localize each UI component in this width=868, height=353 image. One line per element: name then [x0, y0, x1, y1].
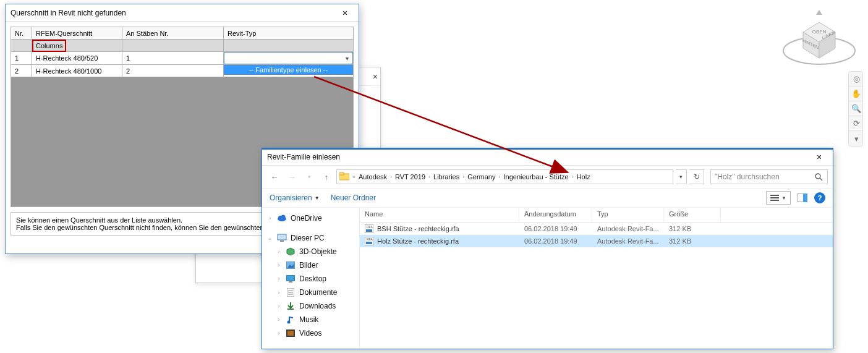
close-button[interactable]: × — [807, 148, 832, 166]
pictures-icon — [286, 260, 296, 270]
folder-icon — [339, 172, 349, 182]
folder-tree[interactable]: › OneDrive ⌄ Dieser PC ›3D-Objekte ›Bild… — [262, 208, 360, 349]
breadcrumb[interactable]: Libraries› — [433, 173, 466, 181]
search-icon — [814, 172, 823, 182]
breadcrumb-path[interactable]: « Autodesk› RVT 2019› Libraries› Germany… — [336, 169, 673, 184]
tree-node-downloads[interactable]: ›Downloads — [265, 299, 357, 313]
svg-rect-22 — [286, 275, 295, 281]
tree-node-onedrive[interactable]: › OneDrive — [265, 211, 357, 225]
svg-rect-33 — [366, 229, 372, 232]
col-header-size[interactable]: Größe — [664, 208, 721, 222]
col-header-staeben[interactable]: An Stäben Nr. — [122, 27, 224, 40]
breadcrumb[interactable]: Holz — [577, 173, 590, 181]
cloud-icon — [277, 213, 287, 223]
chevron-right-icon: « — [351, 174, 357, 180]
rfa-file-icon: RFA — [365, 237, 373, 245]
videos-icon — [286, 328, 296, 338]
orbit-icon[interactable]: ⟳ — [849, 116, 864, 131]
tree-node-this-pc[interactable]: ⌄ Dieser PC — [265, 231, 357, 245]
col-header-querschnitt[interactable]: RFEM-Querschnitt — [32, 27, 122, 40]
file-type: Autodesk Revit-Fa... — [592, 237, 664, 245]
help-button[interactable]: ? — [814, 192, 825, 203]
chevron-down-icon: ▾ — [341, 53, 352, 64]
zoom-icon[interactable]: 🔍 — [849, 101, 864, 116]
svg-text:RFA: RFA — [367, 225, 373, 229]
col-header-date[interactable]: Änderungsdatum — [519, 208, 592, 222]
dialog-title: Revit-Familie einlesen — [267, 153, 807, 161]
svg-marker-19 — [287, 248, 294, 255]
table-row[interactable]: 1 H-Rechteck 480/520 1 ▾ -- Familientype… — [11, 52, 354, 65]
file-date: 06.02.2018 19:49 — [519, 237, 592, 245]
breadcrumb[interactable]: Autodesk› — [359, 173, 394, 181]
new-folder-button[interactable]: Neuer Ordner — [331, 194, 376, 202]
tree-node-pictures[interactable]: ›Bilder — [265, 258, 357, 272]
svg-rect-18 — [280, 240, 284, 242]
close-icon[interactable]: × — [373, 72, 378, 82]
svg-rect-36 — [366, 242, 372, 244]
col-header-nr[interactable]: Nr. — [11, 27, 32, 40]
revit-type-dropdown[interactable]: ▾ -- Familientype einlesen -- — [224, 52, 353, 64]
cell-nr: 1 — [11, 52, 32, 65]
svg-point-16 — [281, 215, 286, 219]
address-bar: ← → ▾ ↑ « Autodesk› RVT 2019› Libraries›… — [262, 166, 833, 188]
nav-up-button[interactable]: ↑ — [319, 169, 334, 184]
svg-rect-13 — [803, 194, 807, 202]
tree-node-desktop[interactable]: ›Desktop — [265, 272, 357, 286]
dropdown-option[interactable]: -- Familientype einlesen -- — [224, 66, 352, 74]
tree-node-music[interactable]: ›Musik — [265, 313, 357, 326]
search-input[interactable]: "Holz" durchsuchen — [710, 169, 828, 184]
file-size: 312 KB — [664, 225, 721, 232]
music-icon — [286, 315, 296, 325]
nav-recent-button[interactable]: ▾ — [302, 169, 317, 184]
file-type: Autodesk Revit-Fa... — [592, 225, 664, 232]
rfa-file-icon: RFA — [365, 224, 373, 233]
path-dropdown-button[interactable]: ▾ — [676, 169, 687, 184]
col-header-name[interactable]: Name — [360, 208, 519, 222]
svg-rect-11 — [770, 200, 779, 201]
tree-node-documents[interactable]: ›Dokumente — [265, 286, 357, 299]
svg-rect-9 — [770, 195, 779, 196]
revit-type-dropdown-open: -- Familientype einlesen -- — [224, 65, 353, 75]
file-dialog-toolbar: Organisieren▼ Neuer Ordner ▼ ? — [262, 188, 833, 208]
documents-icon — [286, 287, 296, 297]
svg-rect-17 — [278, 234, 286, 240]
file-name: BSH Stütze - rechteckig.rfa — [377, 225, 459, 232]
svg-line-8 — [820, 178, 822, 181]
organize-menu[interactable]: Organisieren▼ — [270, 194, 320, 202]
col-header-type[interactable]: Typ — [592, 208, 664, 222]
cell-stab: 1 — [122, 52, 224, 65]
right-navbar: ◎ ✋ 🔍 ⟳ ▾ — [848, 71, 863, 147]
viewcube[interactable]: OBEN HINTEN LINKS — [779, 6, 859, 68]
cell-querschnitt: H-Rechteck 480/520 — [32, 52, 122, 65]
group-row-columns[interactable]: Columns — [11, 40, 354, 52]
close-button[interactable]: × — [333, 4, 357, 22]
dropdown-icon[interactable]: ▾ — [849, 131, 864, 146]
refresh-button[interactable]: ↻ — [689, 169, 704, 184]
group-label: Columns — [36, 42, 62, 49]
file-name: Holz Stütze - rechteckig.rfa — [377, 237, 459, 245]
svg-point-29 — [287, 321, 291, 324]
file-date: 06.02.2018 19:49 — [519, 225, 592, 232]
nav-forward-button[interactable]: → — [284, 169, 299, 184]
view-options-button[interactable]: ▼ — [766, 191, 791, 205]
wheel-icon[interactable]: ◎ — [849, 72, 864, 87]
breadcrumb[interactable]: Ingenieurbau - Stütze› — [503, 173, 575, 181]
file-row[interactable]: RFABSH Stütze - rechteckig.rfa06.02.2018… — [360, 223, 833, 235]
hand-icon[interactable]: ✋ — [849, 87, 864, 101]
file-size: 312 KB — [664, 237, 721, 245]
cell-stab: 2 — [122, 65, 224, 77]
svg-rect-31 — [287, 331, 294, 336]
tree-node-videos[interactable]: ›Videos — [265, 326, 357, 340]
breadcrumb[interactable]: Germany› — [467, 173, 502, 181]
svg-marker-4 — [816, 10, 822, 15]
nav-back-button[interactable]: ← — [267, 169, 282, 184]
breadcrumb[interactable]: RVT 2019› — [395, 173, 432, 181]
svg-rect-23 — [289, 281, 292, 283]
preview-pane-button[interactable] — [796, 191, 809, 205]
tree-node-3d[interactable]: ›3D-Objekte — [265, 245, 357, 258]
svg-rect-6 — [339, 172, 344, 175]
search-placeholder: "Holz" durchsuchen — [715, 172, 780, 181]
file-row[interactable]: RFAHolz Stütze - rechteckig.rfa06.02.201… — [360, 235, 833, 247]
col-header-revit[interactable]: Revit-Typ — [224, 27, 354, 40]
cell-querschnitt: H-Rechteck 480/1000 — [32, 65, 122, 77]
